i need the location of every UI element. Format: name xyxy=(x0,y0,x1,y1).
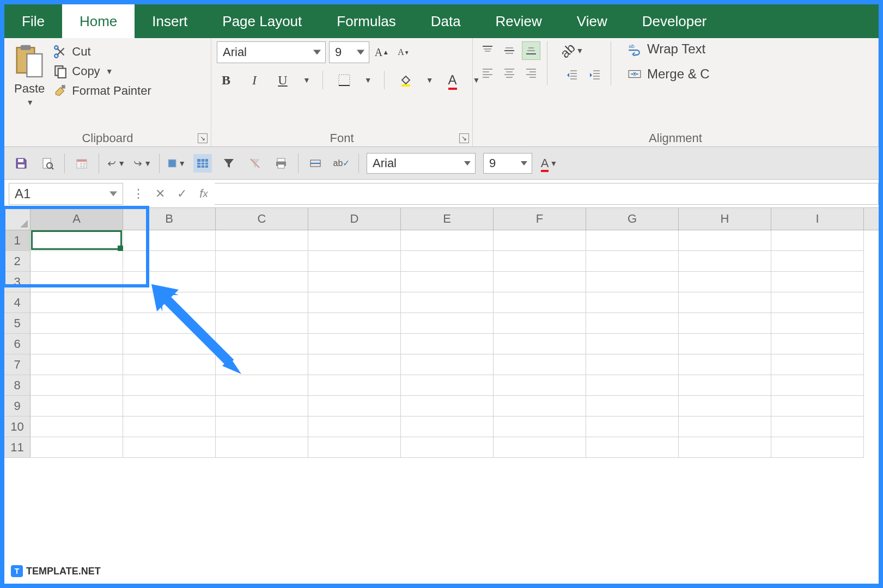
cell[interactable] xyxy=(586,272,679,292)
row-header-10[interactable]: 10 xyxy=(4,416,31,437)
cell[interactable] xyxy=(216,272,308,292)
cell[interactable] xyxy=(494,396,586,416)
cell[interactable] xyxy=(401,437,494,458)
cancel-button[interactable]: ✕ xyxy=(149,187,171,201)
merge-center-button[interactable]: Merge & C xyxy=(628,66,710,82)
cell[interactable] xyxy=(216,416,308,437)
italic-button[interactable]: I xyxy=(245,71,264,89)
cell[interactable] xyxy=(31,354,123,375)
table-button[interactable] xyxy=(193,154,212,173)
cell[interactable] xyxy=(586,437,679,458)
undo-button[interactable]: ▼ xyxy=(107,154,125,173)
increase-indent-button[interactable] xyxy=(586,65,604,84)
cell[interactable] xyxy=(401,272,494,292)
cell[interactable] xyxy=(401,396,494,416)
cell[interactable] xyxy=(586,354,679,375)
cell[interactable] xyxy=(216,437,308,458)
tab-file[interactable]: File xyxy=(4,4,62,38)
cell[interactable] xyxy=(771,375,864,396)
cell[interactable] xyxy=(216,334,308,354)
save-button[interactable] xyxy=(12,154,31,173)
cell[interactable] xyxy=(771,396,864,416)
cell[interactable] xyxy=(494,334,586,354)
cell[interactable] xyxy=(679,354,771,375)
cell[interactable] xyxy=(308,292,401,313)
tab-home[interactable]: Home xyxy=(62,4,135,38)
cell[interactable] xyxy=(123,313,216,334)
cell[interactable] xyxy=(586,292,679,313)
tab-formulas[interactable]: Formulas xyxy=(319,4,413,38)
cell[interactable] xyxy=(494,292,586,313)
decrease-indent-button[interactable] xyxy=(563,65,581,84)
font-name-select[interactable]: Arial xyxy=(217,41,326,63)
tab-view[interactable]: View xyxy=(559,4,625,38)
cell[interactable] xyxy=(123,251,216,272)
cell[interactable] xyxy=(401,375,494,396)
cell[interactable] xyxy=(401,292,494,313)
cell[interactable] xyxy=(216,292,308,313)
redo-button[interactable]: ▼ xyxy=(133,154,151,173)
row-header-4[interactable]: 4 xyxy=(4,292,31,313)
increase-font-button[interactable]: A▲ xyxy=(373,43,391,62)
align-bottom-button[interactable] xyxy=(522,41,540,60)
column-header-d[interactable]: D xyxy=(308,208,401,230)
chevron-down-icon[interactable]: ▼ xyxy=(364,76,372,84)
cell[interactable] xyxy=(123,416,216,437)
cell[interactable] xyxy=(308,334,401,354)
cell[interactable] xyxy=(308,416,401,437)
cell[interactable] xyxy=(308,437,401,458)
cell[interactable] xyxy=(401,354,494,375)
cell[interactable] xyxy=(123,354,216,375)
insert-function-button[interactable]: fx xyxy=(193,187,215,201)
cell[interactable] xyxy=(586,230,679,251)
print-button[interactable] xyxy=(272,154,290,173)
cell[interactable] xyxy=(494,354,586,375)
tab-page-layout[interactable]: Page Layout xyxy=(205,4,319,38)
cell[interactable] xyxy=(216,354,308,375)
cell[interactable] xyxy=(308,354,401,375)
font-color-button[interactable]: A xyxy=(443,71,462,89)
qat-font-size[interactable]: 9 xyxy=(483,153,532,174)
cell[interactable] xyxy=(123,292,216,313)
print-preview-button[interactable] xyxy=(38,154,57,173)
cell[interactable] xyxy=(679,375,771,396)
cell[interactable] xyxy=(586,396,679,416)
cell[interactable] xyxy=(494,437,586,458)
cell[interactable] xyxy=(401,334,494,354)
chevron-down-icon[interactable]: ▼ xyxy=(303,76,310,84)
cell[interactable] xyxy=(31,375,123,396)
tab-insert[interactable]: Insert xyxy=(135,4,205,38)
cell[interactable] xyxy=(216,251,308,272)
clipboard-launcher[interactable]: ↘ xyxy=(198,133,208,143)
freeze-button[interactable] xyxy=(306,154,325,173)
align-left-button[interactable] xyxy=(478,63,497,82)
qat-font-color-button[interactable]: A▼ xyxy=(540,154,558,173)
column-header-h[interactable]: H xyxy=(679,208,771,230)
calendar-button[interactable]: 12 xyxy=(72,154,91,173)
row-header-5[interactable]: 5 xyxy=(4,313,31,334)
cell[interactable] xyxy=(771,292,864,313)
filter-button[interactable] xyxy=(220,154,238,173)
cell[interactable] xyxy=(31,230,123,251)
cell[interactable] xyxy=(123,272,216,292)
cell[interactable] xyxy=(679,437,771,458)
cell[interactable] xyxy=(308,313,401,334)
name-box[interactable]: A1 xyxy=(9,183,123,205)
cell[interactable] xyxy=(679,313,771,334)
cell[interactable] xyxy=(771,416,864,437)
bold-button[interactable]: B xyxy=(217,71,235,89)
cell[interactable] xyxy=(771,230,864,251)
cell[interactable] xyxy=(308,272,401,292)
select-button[interactable]: ▼ xyxy=(167,154,186,173)
font-launcher[interactable]: ↘ xyxy=(459,133,469,143)
cell[interactable] xyxy=(216,313,308,334)
cell[interactable] xyxy=(771,334,864,354)
cell[interactable] xyxy=(123,437,216,458)
qat-font-name[interactable]: Arial xyxy=(367,153,476,174)
tab-review[interactable]: Review xyxy=(478,4,559,38)
align-center-button[interactable] xyxy=(500,63,519,82)
font-size-select[interactable]: 9 xyxy=(329,41,369,63)
cell[interactable] xyxy=(123,396,216,416)
row-header-3[interactable]: 3 xyxy=(4,272,31,292)
row-header-9[interactable]: 9 xyxy=(4,396,31,416)
